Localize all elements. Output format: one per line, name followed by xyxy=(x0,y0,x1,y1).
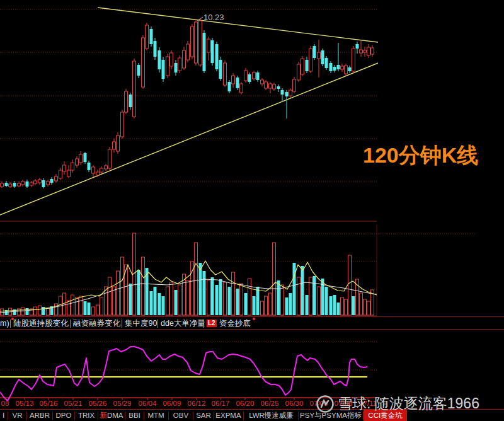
chart-canvas[interactable] xyxy=(0,0,504,421)
xueqiu-logo-icon xyxy=(316,395,335,413)
l2-badge: L2 xyxy=(207,320,217,327)
watermark: 雪球: 随波逐流客1966 xyxy=(316,394,479,413)
toolbar-item-red-prefix: 新 xyxy=(100,412,107,419)
kline-period-label: 120分钟K线 xyxy=(363,141,478,170)
date-label: 05/29 xyxy=(113,400,132,407)
indicator-tab[interactable]: m) xyxy=(0,318,9,328)
date-label: 06/04 xyxy=(139,400,157,407)
toolbar-separator xyxy=(214,412,214,420)
indicator-tab[interactable]: 融资融券变化 xyxy=(73,318,120,328)
trendlines xyxy=(0,8,378,215)
date-label: 06/30 xyxy=(285,400,304,407)
toolbar-item[interactable]: EXPMA xyxy=(215,411,242,420)
toolbar-item[interactable]: I xyxy=(1,411,6,420)
date-label: 08 xyxy=(1,400,9,407)
date-label: 06/25 xyxy=(261,400,279,407)
toolbar-separator xyxy=(74,412,75,420)
toolbar-separator xyxy=(243,412,244,420)
indicator-tab[interactable]: 陆股通持股变化 xyxy=(13,318,69,328)
tab-separator xyxy=(203,320,204,328)
date-label: 06/12 xyxy=(188,400,206,407)
cci-indicator xyxy=(0,347,367,401)
candles xyxy=(1,19,374,188)
trading-app-screen: 10.23 120分钟K线 m)陆股通持股变化融资融券变化集中度90dde大单净… xyxy=(0,0,504,421)
tab-separator xyxy=(157,320,158,328)
toolbar-item[interactable]: DPO xyxy=(54,411,73,420)
toolbar-separator xyxy=(125,412,125,420)
indicator-tab[interactable]: L2资金抄底 xyxy=(207,318,251,328)
tab-alert-dot xyxy=(253,318,255,320)
toolbar-separator xyxy=(98,412,98,420)
toolbar-item[interactable]: ARBR xyxy=(28,411,51,420)
watermark-text: 雪球: 随波逐流客1966 xyxy=(338,394,479,413)
tab-separator xyxy=(70,320,71,328)
toolbar-separator xyxy=(8,412,8,420)
toolbar-item[interactable]: OBV xyxy=(170,411,192,420)
toolbar-item[interactable]: BBI xyxy=(127,411,142,420)
date-label: 06/09 xyxy=(163,400,181,407)
toolbar-item[interactable]: SAR xyxy=(195,411,212,420)
indicator-tab[interactable]: dde大单净量 xyxy=(161,318,205,328)
tab-separator xyxy=(122,320,122,328)
toolbar-item[interactable]: 新DMA xyxy=(100,411,123,420)
toolbar-item[interactable]: TRIX xyxy=(76,411,96,420)
date-label: 05/26 xyxy=(89,400,107,407)
toolbar-separator xyxy=(168,412,169,420)
toolbar-separator xyxy=(144,412,144,420)
toolbar-item[interactable]: LWR慢速威廉 xyxy=(246,411,297,420)
date-label: 06/17 xyxy=(212,400,230,407)
volume-bars xyxy=(1,233,374,315)
toolbar-separator xyxy=(26,412,27,420)
toolbar-item[interactable]: VR xyxy=(9,411,25,420)
date-label: 06/20 xyxy=(236,400,255,407)
date-label: 05/21 xyxy=(64,400,83,407)
toolbar-separator xyxy=(52,412,53,420)
date-label: 05/13 xyxy=(16,400,34,407)
date-label: 05/16 xyxy=(40,400,58,407)
indicator-tab[interactable]: 集中度90 xyxy=(125,318,157,328)
peak-price-label: 10.23 xyxy=(203,13,224,22)
tab-separator xyxy=(10,320,11,328)
toolbar-item[interactable]: MTM xyxy=(146,411,166,420)
indicator-tab-bar: m)陆股通持股变化融资融券变化集中度90dde大单净量L2资金抄底 xyxy=(0,316,504,330)
toolbar-separator xyxy=(193,412,193,420)
toolbar-separator xyxy=(298,412,299,420)
